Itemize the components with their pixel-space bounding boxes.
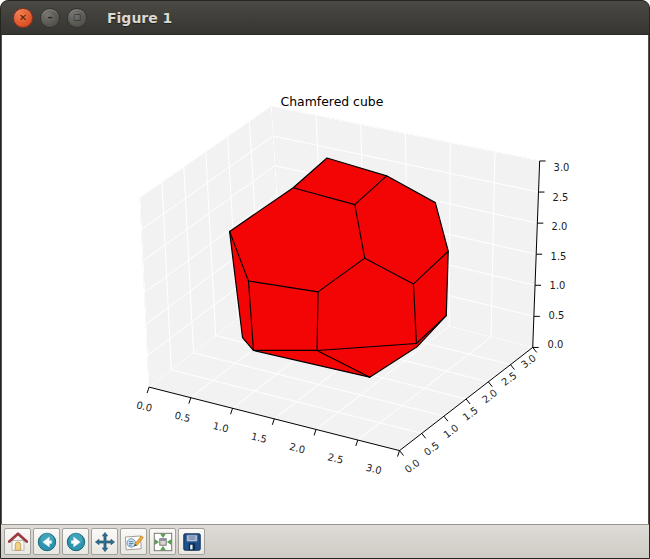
figure-canvas[interactable]: 0.00.51.01.52.02.53.00.00.51.01.52.02.53…: [1, 35, 649, 524]
z-tick-label: 0.5: [549, 310, 565, 321]
z-tick-label: 0.0: [548, 339, 564, 350]
window: ✕ – ▢ Figure 1 0.00.51.01.52.02.53.00.00…: [0, 0, 650, 559]
x-tick-mark: [147, 387, 149, 393]
zoom-button[interactable]: [120, 528, 147, 555]
x-tick-label: 2.5: [327, 451, 345, 465]
x-tick-label: 2.0: [288, 441, 306, 455]
plot-title: Chamfered cube: [281, 94, 384, 109]
close-button[interactable]: ✕: [13, 8, 33, 28]
z-tick-label: 2.0: [552, 221, 568, 232]
y-tick-label: 0.5: [422, 439, 441, 457]
y-tick-label: 2.5: [499, 370, 518, 388]
y-tick-mark: [400, 451, 404, 456]
y-tick-mark: [533, 347, 537, 352]
x-tick-label: 3.0: [365, 462, 383, 476]
subplots-icon: [152, 531, 174, 553]
y-tick-label: 1.0: [441, 422, 460, 440]
back-button[interactable]: [33, 528, 60, 555]
y-tick-label: 2.0: [480, 387, 499, 405]
forward-icon: [65, 531, 87, 553]
plot-3d: 0.00.51.01.52.02.53.00.00.51.01.52.02.53…: [2, 35, 648, 524]
zoom-rect-icon: [123, 531, 145, 553]
x-tick-mark: [272, 419, 274, 425]
x-tick-label: 0.5: [174, 410, 192, 424]
close-icon: ✕: [19, 12, 27, 22]
maximize-icon: ▢: [73, 13, 82, 22]
maximize-button[interactable]: ▢: [67, 8, 87, 28]
window-title: Figure 1: [107, 10, 172, 26]
x-tick-mark: [398, 451, 400, 457]
x-tick-mark: [231, 408, 233, 414]
toolbar: [1, 524, 649, 558]
pan-arrows-icon: [94, 531, 116, 553]
x-tick-mark: [356, 440, 358, 446]
x-tick-mark: [314, 429, 316, 435]
y-tick-mark: [444, 416, 448, 421]
pan-button[interactable]: [91, 528, 118, 555]
z-tick-label: 1.5: [551, 251, 567, 262]
z-tick-label: 3.0: [554, 162, 570, 173]
back-icon: [36, 531, 58, 553]
x-tick-label: 1.5: [250, 430, 268, 444]
x-tick-mark: [189, 398, 191, 404]
save-icon: [181, 531, 203, 553]
y-tick-mark: [511, 365, 515, 370]
save-button[interactable]: [178, 528, 205, 555]
forward-button[interactable]: [62, 528, 89, 555]
z-tick-label: 2.5: [553, 192, 569, 203]
x-tick-label: 0.0: [135, 399, 153, 413]
y-tick-mark: [488, 382, 492, 387]
minimize-button[interactable]: –: [40, 8, 60, 28]
y-tick-mark: [466, 399, 470, 404]
subplots-button[interactable]: [149, 528, 176, 555]
z-tick-label: 1.0: [550, 280, 566, 291]
home-icon: [7, 531, 29, 553]
home-button[interactable]: [4, 528, 31, 555]
x-tick-label: 1.0: [212, 420, 230, 434]
y-tick-mark: [422, 433, 426, 438]
y-tick-label: 1.5: [461, 405, 480, 423]
minimize-icon: –: [48, 12, 53, 22]
y-tick-label: 0.0: [403, 457, 422, 475]
titlebar[interactable]: ✕ – ▢ Figure 1: [1, 1, 649, 35]
